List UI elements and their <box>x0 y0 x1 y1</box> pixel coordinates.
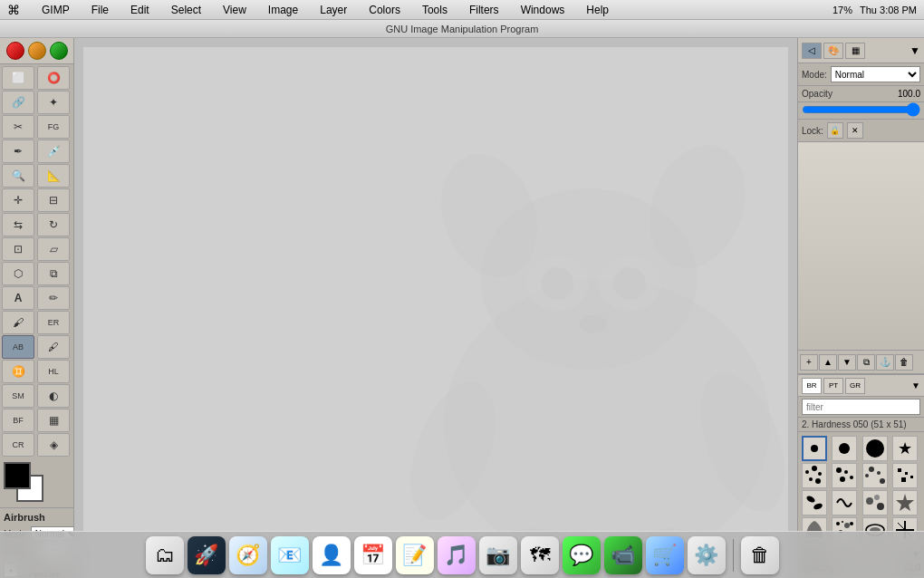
dock-notes[interactable]: 📝 <box>396 536 434 574</box>
dock-contacts[interactable]: 👤 <box>313 536 351 574</box>
history-tab-button[interactable]: ◁ <box>802 43 822 59</box>
lower-layer-button[interactable]: ▼ <box>838 354 856 371</box>
tool-fg-select[interactable]: FG <box>37 115 70 139</box>
tool-paintbrush[interactable]: 🖌 <box>2 311 34 334</box>
brush-hardness-025[interactable] <box>832 436 857 461</box>
tool-ellipse-select[interactable]: ⭕ <box>37 66 70 90</box>
opacity-slider[interactable] <box>802 104 920 115</box>
close-button[interactable] <box>6 42 24 60</box>
canvas[interactable] <box>83 47 788 578</box>
tool-align[interactable]: ⊟ <box>37 188 70 212</box>
dock-messages[interactable]: 💬 <box>563 536 601 574</box>
tool-flip[interactable]: ⇆ <box>2 213 34 236</box>
tool-color-picker[interactable]: 💉 <box>37 140 70 163</box>
brushes-filter-input[interactable] <box>802 399 920 415</box>
brush-scatter-3[interactable] <box>862 463 888 488</box>
anchor-layer-button[interactable]: ⚓ <box>876 354 894 371</box>
menu-filters[interactable]: Filters <box>466 2 503 18</box>
tool-airbrush[interactable]: AB <box>2 335 34 359</box>
panel-menu-button[interactable]: ▼ <box>910 44 920 57</box>
dock-mail[interactable]: 📧 <box>271 536 309 574</box>
dock-trash[interactable]: 🗑 <box>741 536 779 574</box>
brush-star-shape[interactable]: ★ <box>892 436 918 461</box>
patterns-tab-button[interactable]: ▦ <box>845 43 865 59</box>
brush-hardness-050[interactable] <box>862 436 888 461</box>
tool-extra[interactable]: ◈ <box>37 433 70 457</box>
brush-hardness-010[interactable] <box>802 436 827 461</box>
tool-fuzzy-select[interactable]: ✦ <box>37 91 70 114</box>
patterns-tab2-button[interactable]: PT <box>823 378 843 394</box>
tool-bucket-fill[interactable]: BF <box>2 409 34 432</box>
dock-calendar[interactable]: 📅 <box>354 536 392 574</box>
canvas-area[interactable] <box>74 38 797 578</box>
tool-color-replace[interactable]: CR <box>2 433 34 457</box>
tool-scale[interactable]: ⊡ <box>2 237 34 261</box>
dock-launchpad[interactable]: 🚀 <box>188 536 226 574</box>
brush-scatter-1[interactable] <box>802 463 827 488</box>
tool-rotate[interactable]: ↻ <box>37 213 70 236</box>
menu-colors[interactable]: Colors <box>365 2 404 18</box>
dock-system-prefs[interactable]: ⚙️ <box>688 536 726 574</box>
menu-view[interactable]: View <box>219 2 250 18</box>
dock-itunes[interactable]: 🎵 <box>438 536 476 574</box>
tool-measure[interactable]: 📐 <box>37 164 70 188</box>
tool-move[interactable]: ✛ <box>2 188 34 212</box>
tool-smudge[interactable]: SM <box>2 384 34 408</box>
brush-scatter-5[interactable] <box>802 490 827 515</box>
dock-maps[interactable]: 🗺 <box>521 536 559 574</box>
tool-clone[interactable]: ♊ <box>2 360 34 383</box>
menu-help[interactable]: Help <box>582 2 612 18</box>
dock-facetime[interactable]: 📹 <box>604 536 642 574</box>
lock-position-button[interactable]: ✕ <box>847 122 863 139</box>
tool-pencil[interactable]: ✏ <box>37 286 70 310</box>
dock-appstore[interactable]: 🛒 <box>646 536 684 574</box>
tool-ink[interactable]: 🖋 <box>37 335 70 359</box>
tool-eraser[interactable]: ER <box>37 311 70 334</box>
menu-image[interactable]: Image <box>265 2 302 18</box>
brush-scatter-8[interactable] <box>892 490 918 515</box>
tool-zoom[interactable]: 🔍 <box>2 164 34 188</box>
new-layer-button[interactable]: + <box>800 354 818 371</box>
brush-scatter-6[interactable] <box>832 490 857 515</box>
tool-text[interactable]: A <box>2 286 34 310</box>
duplicate-layer-button[interactable]: ⧉ <box>857 354 875 371</box>
menu-gimp[interactable]: GIMP <box>38 2 73 18</box>
brushes-tab-button[interactable]: BR <box>802 378 822 394</box>
apple-menu[interactable]: ⌘ <box>7 3 20 17</box>
minimize-button[interactable] <box>28 42 46 60</box>
dock-photos[interactable]: 📷 <box>479 536 517 574</box>
tool-dodge-burn[interactable]: ◐ <box>37 384 70 408</box>
tool-heal[interactable]: HL <box>37 360 70 383</box>
menu-layer[interactable]: Layer <box>316 2 351 18</box>
layer-mode-select[interactable]: Normal <box>831 66 920 82</box>
foreground-color-swatch[interactable] <box>4 462 31 489</box>
tool-paths[interactable]: ✒ <box>2 140 34 163</box>
svg-point-24 <box>877 471 881 475</box>
brushes-menu-button[interactable]: ▼ <box>911 381 920 390</box>
raise-layer-button[interactable]: ▲ <box>819 354 837 371</box>
menu-edit[interactable]: Edit <box>127 2 153 18</box>
brush-circle-medium <box>866 439 884 458</box>
gradients-tab-button[interactable]: GR <box>845 378 865 394</box>
brush-scatter-7[interactable] <box>862 490 888 515</box>
tool-free-select[interactable]: 🔗 <box>2 91 34 114</box>
tool-perspective[interactable]: ⬡ <box>2 262 34 285</box>
menu-windows[interactable]: Windows <box>517 2 569 18</box>
brush-scatter-4[interactable] <box>892 463 918 488</box>
layer-preview-area <box>798 142 924 350</box>
colors-tab-button[interactable]: 🎨 <box>823 43 843 59</box>
menu-select[interactable]: Select <box>168 2 205 18</box>
delete-layer-button[interactable]: 🗑 <box>895 354 913 371</box>
tool-scissors[interactable]: ✂ <box>2 115 34 139</box>
dock-safari[interactable]: 🧭 <box>229 536 267 574</box>
menu-tools[interactable]: Tools <box>419 2 451 18</box>
tool-shear[interactable]: ▱ <box>37 237 70 261</box>
lock-pixels-button[interactable]: 🔒 <box>827 122 843 139</box>
brush-scatter-2[interactable] <box>832 463 857 488</box>
maximize-button[interactable] <box>50 42 68 60</box>
dock-finder[interactable]: 🗂 <box>146 536 184 574</box>
tool-rect-select[interactable]: ⬜ <box>2 66 34 90</box>
menu-file[interactable]: File <box>88 2 112 18</box>
tool-blend[interactable]: ▦ <box>37 409 70 432</box>
tool-transform[interactable]: ⧉ <box>37 262 70 285</box>
